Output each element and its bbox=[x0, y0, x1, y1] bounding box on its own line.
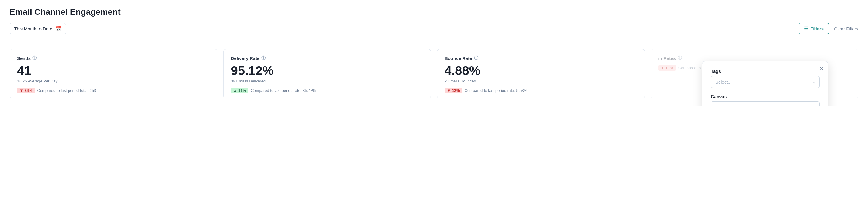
in-rates-badge: ▼ 11% bbox=[658, 65, 676, 71]
in-rates-label: in Rates ⓘ bbox=[658, 55, 851, 61]
filter-popup: × Tags Select... ⌄ Canvas Select... ⌄ Ap… bbox=[702, 61, 828, 106]
bounce-rate-card: Bounce Rate ⓘ 4.88% 2 Emails Bounced ▼ 1… bbox=[437, 49, 645, 99]
page-title: Email Channel Engagement bbox=[10, 7, 858, 17]
tags-label: Tags bbox=[711, 68, 819, 74]
delivery-rate-comparison: ▲ 11% Compared to last period rate: 85.7… bbox=[231, 88, 424, 93]
sends-label: Sends ⓘ bbox=[17, 55, 210, 61]
canvas-select-wrapper: Select... ⌄ bbox=[711, 102, 819, 106]
delivery-rate-badge: ▲ 11% bbox=[231, 88, 249, 93]
sends-badge: ▼ 84% bbox=[17, 88, 35, 93]
filters-button[interactable]: ☰ Filters bbox=[799, 23, 829, 34]
delivery-rate-sub: 39 Emails Delivered bbox=[231, 79, 424, 83]
section-divider bbox=[10, 41, 858, 42]
sends-value: 41 bbox=[17, 64, 210, 78]
bounce-rate-comparison-text: Compared to last period rate: 5.53% bbox=[465, 88, 528, 93]
calendar-icon: 📅 bbox=[55, 26, 61, 32]
bounce-rate-info-icon[interactable]: ⓘ bbox=[474, 55, 478, 61]
sends-comparison-text: Compared to last period total: 253 bbox=[37, 88, 96, 93]
in-rates-info-icon[interactable]: ⓘ bbox=[678, 55, 682, 61]
sends-info-icon[interactable]: ⓘ bbox=[32, 55, 37, 61]
delivery-rate-info-icon[interactable]: ⓘ bbox=[261, 55, 266, 61]
bounce-rate-sub: 2 Emails Bounced bbox=[444, 79, 637, 83]
bounce-rate-badge: ▼ 12% bbox=[444, 88, 462, 93]
tags-select-wrapper: Select... ⌄ bbox=[711, 76, 819, 88]
sends-comparison: ▼ 84% Compared to last period total: 253 bbox=[17, 88, 210, 93]
sends-sub: 10.25 Average Per Day bbox=[17, 79, 210, 83]
toolbar: This Month to Date 📅 ☰ Filters Clear Fil… bbox=[10, 23, 858, 34]
delivery-rate-value: 95.12% bbox=[231, 64, 424, 78]
clear-filters-button[interactable]: Clear Filters bbox=[834, 26, 858, 31]
bounce-rate-label: Bounce Rate ⓘ bbox=[444, 55, 637, 61]
filter-lines-icon: ☰ bbox=[804, 26, 808, 31]
canvas-select[interactable]: Select... bbox=[711, 102, 819, 106]
toolbar-right: ☰ Filters Clear Filters bbox=[799, 23, 858, 34]
delivery-rate-comparison-text: Compared to last period rate: 85.77% bbox=[251, 88, 316, 93]
sends-card: Sends ⓘ 41 10.25 Average Per Day ▼ 84% C… bbox=[10, 49, 217, 99]
tags-section: Tags Select... ⌄ bbox=[711, 68, 819, 88]
date-range-label: This Month to Date bbox=[14, 26, 52, 31]
tags-select[interactable]: Select... bbox=[711, 76, 819, 88]
filters-label: Filters bbox=[810, 26, 824, 31]
date-range-picker[interactable]: This Month to Date 📅 bbox=[10, 23, 66, 34]
canvas-section: Canvas Select... ⌄ bbox=[711, 94, 819, 106]
delivery-rate-card: Delivery Rate ⓘ 95.12% 39 Emails Deliver… bbox=[223, 49, 431, 99]
filter-popup-close-button[interactable]: × bbox=[820, 66, 823, 72]
bounce-rate-value: 4.88% bbox=[444, 64, 637, 78]
bounce-rate-comparison: ▼ 12% Compared to last period rate: 5.53… bbox=[444, 88, 637, 93]
delivery-rate-label: Delivery Rate ⓘ bbox=[231, 55, 424, 61]
canvas-label: Canvas bbox=[711, 94, 819, 99]
